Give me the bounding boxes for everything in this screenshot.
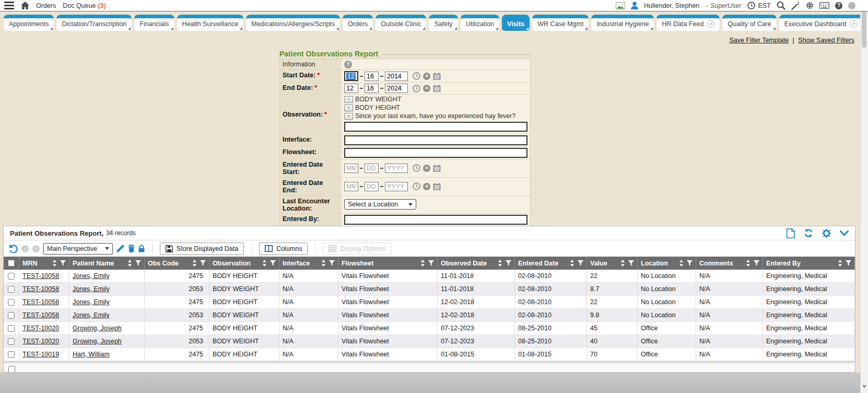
row-checkbox[interactable] bbox=[8, 312, 15, 319]
clear-icon[interactable] bbox=[423, 183, 430, 190]
mrn-link[interactable]: TEST-10058 bbox=[22, 272, 59, 280]
undo-icon[interactable] bbox=[8, 244, 18, 253]
patient_name-link[interactable]: Jones, Emily bbox=[73, 311, 110, 319]
sort-icon[interactable] bbox=[746, 260, 750, 267]
filter-icon[interactable] bbox=[329, 260, 335, 266]
column-header-entered_by[interactable]: Entered By bbox=[763, 257, 855, 270]
calendar-icon[interactable] bbox=[433, 85, 441, 92]
sort-icon[interactable] bbox=[262, 260, 267, 267]
tab-executive-dashboard[interactable]: Executive Dashboard bbox=[779, 15, 863, 31]
mrn-link[interactable]: TEST-10020 bbox=[22, 338, 59, 345]
column-header-location[interactable]: Location bbox=[638, 257, 696, 270]
gear-icon[interactable] bbox=[822, 229, 831, 238]
tab-hr-data-feed[interactable]: HR Data Feed bbox=[656, 15, 720, 31]
column-header-value[interactable]: Value bbox=[587, 257, 638, 270]
tab-industrial-hygiene[interactable]: Industrial Hygiene bbox=[591, 15, 654, 31]
row-checkbox[interactable] bbox=[8, 351, 15, 358]
filter-icon[interactable] bbox=[200, 260, 206, 266]
column-header-comments[interactable]: Comments bbox=[696, 257, 763, 270]
tab-utilization[interactable]: Utilization bbox=[461, 15, 499, 31]
clear-icon[interactable] bbox=[423, 165, 430, 172]
filter-icon[interactable] bbox=[578, 260, 583, 266]
patient_name-link[interactable]: Hart, William bbox=[73, 351, 110, 358]
help-icon[interactable]: ? bbox=[835, 2, 842, 9]
sort-icon[interactable] bbox=[321, 260, 326, 267]
edit-icon[interactable] bbox=[116, 245, 124, 252]
clear-icon[interactable] bbox=[423, 85, 430, 92]
hamburger-icon[interactable] bbox=[4, 2, 14, 9]
select-all-checkbox[interactable] bbox=[8, 260, 15, 267]
help-icon[interactable]: ? bbox=[344, 61, 352, 68]
image-icon[interactable] bbox=[616, 2, 625, 9]
tab-wr-case-mgmt[interactable]: WR Case Mgmt bbox=[532, 15, 589, 31]
mrn-link[interactable]: TEST-10058 bbox=[22, 311, 59, 319]
flowsheet-input[interactable] bbox=[344, 148, 527, 158]
column-header-obs_code[interactable]: Obs Code bbox=[145, 257, 209, 270]
entered-by-input[interactable] bbox=[344, 215, 527, 225]
patient_name-link[interactable]: Jones, Emily bbox=[73, 272, 110, 280]
timezone-label[interactable]: EST bbox=[758, 2, 771, 9]
row-checkbox[interactable] bbox=[8, 338, 15, 345]
clock-icon[interactable] bbox=[413, 85, 420, 93]
menu-item-orders[interactable]: Orders bbox=[36, 2, 56, 9]
tab-orders[interactable]: Orders bbox=[343, 15, 373, 31]
lock-icon[interactable] bbox=[138, 245, 145, 252]
patient_name-link[interactable]: Jones, Emily bbox=[73, 285, 110, 293]
end-date-year-input[interactable] bbox=[385, 84, 408, 93]
chevron-down-icon[interactable] bbox=[840, 230, 849, 236]
column-header-mrn[interactable]: MRN bbox=[19, 257, 69, 270]
start-date-month-input[interactable]: 12 bbox=[344, 71, 358, 81]
tab-dictation-transcription[interactable]: Dictation/Transcription bbox=[56, 15, 132, 31]
new-document-icon[interactable] bbox=[787, 228, 795, 238]
clear-icon[interactable] bbox=[423, 73, 430, 80]
sort-icon[interactable] bbox=[420, 260, 425, 267]
entered-date-start-year-input[interactable] bbox=[385, 164, 408, 173]
filter-icon[interactable] bbox=[687, 260, 693, 266]
sort-icon[interactable] bbox=[52, 260, 57, 267]
interface-input[interactable] bbox=[344, 135, 527, 145]
show-saved-filters-link[interactable]: Show Saved Filters bbox=[798, 37, 854, 44]
column-header-observation[interactable]: Observation bbox=[209, 257, 279, 270]
clock-icon[interactable] bbox=[413, 72, 420, 80]
clock-icon[interactable] bbox=[413, 164, 420, 172]
tab-financials[interactable]: Financials bbox=[134, 15, 174, 31]
observation-search-input[interactable] bbox=[344, 122, 527, 132]
wand-icon[interactable] bbox=[791, 2, 800, 10]
start-date-year-input[interactable] bbox=[385, 72, 408, 81]
tab-health-surveillance[interactable]: Health Surveillance bbox=[177, 15, 244, 31]
row-checkbox[interactable] bbox=[8, 299, 15, 306]
tab-medications-allergies-scripts[interactable]: Medications/Allergies/Scripts bbox=[246, 15, 340, 31]
sort-icon[interactable] bbox=[679, 260, 684, 267]
tab-outside-clinic[interactable]: Outside Clinic bbox=[376, 15, 426, 31]
calendar-icon[interactable] bbox=[433, 73, 441, 80]
entered-date-start-day-input[interactable] bbox=[365, 164, 379, 173]
sort-icon[interactable] bbox=[498, 260, 502, 267]
perspective-select[interactable]: Main Perspective bbox=[43, 243, 113, 255]
page-scrollbar[interactable] bbox=[860, 0, 868, 393]
column-header-flowsheet[interactable]: Flowsheet bbox=[338, 257, 438, 270]
store-displayed-data-button[interactable]: Store Displayed Data bbox=[160, 242, 244, 255]
filter-icon[interactable] bbox=[270, 260, 276, 266]
patient_name-link[interactable]: Jones, Emily bbox=[73, 298, 110, 306]
sort-icon[interactable] bbox=[838, 260, 842, 267]
sort-icon[interactable] bbox=[570, 260, 574, 267]
user-name[interactable]: Hullender, Stephen bbox=[644, 2, 699, 9]
refresh-icon[interactable] bbox=[804, 229, 813, 237]
filter-icon[interactable] bbox=[754, 260, 759, 266]
tab-visits[interactable]: Visits bbox=[502, 15, 530, 31]
entered-date-end-year-input[interactable] bbox=[385, 182, 408, 191]
globe-icon[interactable] bbox=[806, 2, 814, 9]
mrn-link[interactable]: TEST-10019 bbox=[22, 351, 59, 358]
save-filter-template-link[interactable]: Save Filter Template bbox=[729, 37, 789, 44]
search-icon[interactable] bbox=[777, 1, 785, 10]
scroll-down-arrow-icon[interactable] bbox=[862, 385, 866, 390]
entered-date-end-day-input[interactable] bbox=[365, 182, 379, 191]
mrn-link[interactable]: TEST-10058 bbox=[22, 285, 59, 293]
patient_name-link[interactable]: Growing, Joseph bbox=[73, 325, 122, 332]
column-header-interface[interactable]: Interface bbox=[279, 257, 338, 270]
filter-icon[interactable] bbox=[428, 260, 434, 266]
end-date-day-input[interactable] bbox=[365, 84, 379, 93]
filter-icon[interactable] bbox=[846, 260, 851, 266]
calendar-icon[interactable] bbox=[433, 183, 441, 190]
keyboard-icon[interactable] bbox=[819, 2, 829, 9]
